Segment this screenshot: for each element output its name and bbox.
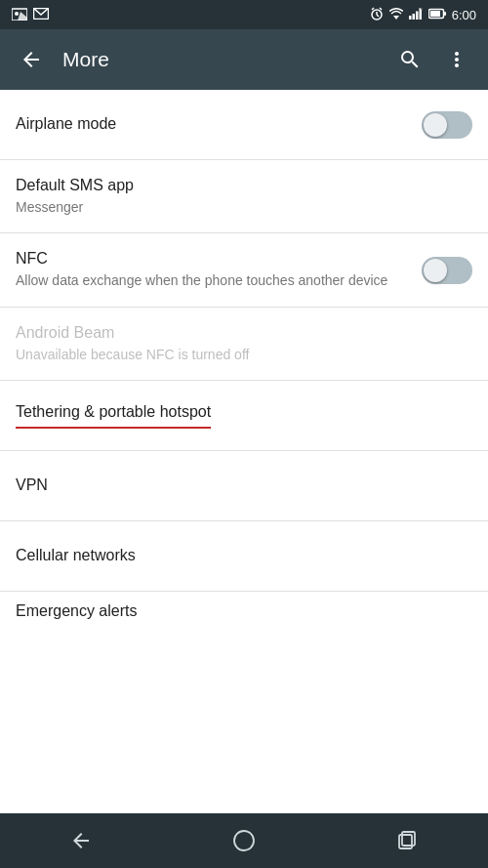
svg-point-18	[234, 831, 254, 850]
svg-marker-9	[393, 16, 399, 20]
android-beam-subtitle: Unavailable because NFC is turned off	[16, 346, 472, 365]
svg-rect-10	[409, 16, 412, 20]
tethering-item[interactable]: Tethering & portable hotspot	[0, 381, 488, 451]
emergency-item[interactable]: Emergency alerts	[0, 592, 488, 631]
back-button[interactable]	[8, 36, 55, 83]
airplane-mode-item[interactable]: Airplane mode	[0, 90, 488, 160]
svg-marker-2	[18, 12, 27, 21]
more-options-button[interactable]	[433, 36, 480, 83]
default-sms-subtitle: Messenger	[16, 198, 472, 218]
svg-rect-11	[412, 14, 415, 20]
vpn-content: VPN	[16, 475, 472, 496]
cellular-networks-content: Cellular networks	[16, 546, 472, 566]
settings-list: Airplane mode Default SMS app Messenger …	[0, 90, 488, 813]
nfc-toggle[interactable]	[422, 257, 472, 284]
cellular-networks-item[interactable]: Cellular networks	[0, 521, 488, 592]
svg-point-1	[15, 12, 19, 16]
search-button[interactable]	[386, 36, 433, 83]
default-sms-item[interactable]: Default SMS app Messenger	[0, 160, 488, 233]
android-beam-title: Android Beam	[16, 323, 472, 344]
svg-line-6	[377, 15, 379, 17]
svg-rect-17	[444, 12, 446, 16]
svg-rect-12	[416, 11, 419, 20]
status-bar-right-icons: 6:00	[370, 7, 476, 23]
android-beam-content: Android Beam Unavailable because NFC is …	[16, 323, 472, 364]
cellular-networks-title: Cellular networks	[16, 546, 472, 566]
tethering-content: Tethering & portable hotspot	[16, 402, 472, 429]
nav-home-button[interactable]	[215, 813, 273, 868]
svg-rect-19	[399, 835, 412, 848]
app-bar: More	[0, 29, 488, 90]
app-bar-actions	[386, 36, 480, 83]
svg-line-8	[380, 8, 382, 10]
airplane-mode-knob	[424, 113, 447, 137]
tethering-title: Tethering & portable hotspot	[16, 402, 211, 429]
battery-icon	[428, 8, 446, 22]
nav-back-button[interactable]	[52, 813, 110, 868]
status-bar: 6:00	[0, 0, 488, 29]
nfc-subtitle: Allow data exchange when the phone touch…	[16, 271, 422, 291]
page-title: More	[55, 48, 386, 71]
bottom-nav	[0, 813, 488, 868]
android-beam-item: Android Beam Unavailable because NFC is …	[0, 308, 488, 381]
vpn-item[interactable]: VPN	[0, 451, 488, 521]
svg-rect-13	[419, 8, 422, 20]
default-sms-content: Default SMS app Messenger	[16, 176, 472, 217]
nfc-title: NFC	[16, 249, 422, 269]
svg-rect-20	[402, 832, 415, 846]
vpn-title: VPN	[16, 475, 472, 496]
airplane-mode-content: Airplane mode	[16, 114, 422, 135]
wifi-icon	[389, 8, 403, 22]
emergency-content: Emergency alerts	[16, 601, 472, 622]
airplane-mode-title: Airplane mode	[16, 114, 422, 135]
picture-icon	[12, 7, 27, 23]
status-bar-left-icons	[12, 7, 49, 23]
airplane-mode-toggle[interactable]	[422, 111, 472, 139]
time-display: 6:00	[452, 8, 476, 22]
svg-rect-16	[430, 11, 440, 17]
nav-recents-button[interactable]	[378, 813, 436, 868]
alarm-icon	[370, 7, 384, 23]
nfc-item[interactable]: NFC Allow data exchange when the phone t…	[0, 233, 488, 307]
svg-line-7	[372, 8, 374, 10]
nfc-knob	[424, 259, 447, 282]
nfc-content: NFC Allow data exchange when the phone t…	[16, 249, 422, 290]
signal-icon	[409, 8, 423, 22]
emergency-title: Emergency alerts	[16, 601, 472, 622]
default-sms-title: Default SMS app	[16, 176, 472, 196]
email-icon	[33, 8, 49, 22]
